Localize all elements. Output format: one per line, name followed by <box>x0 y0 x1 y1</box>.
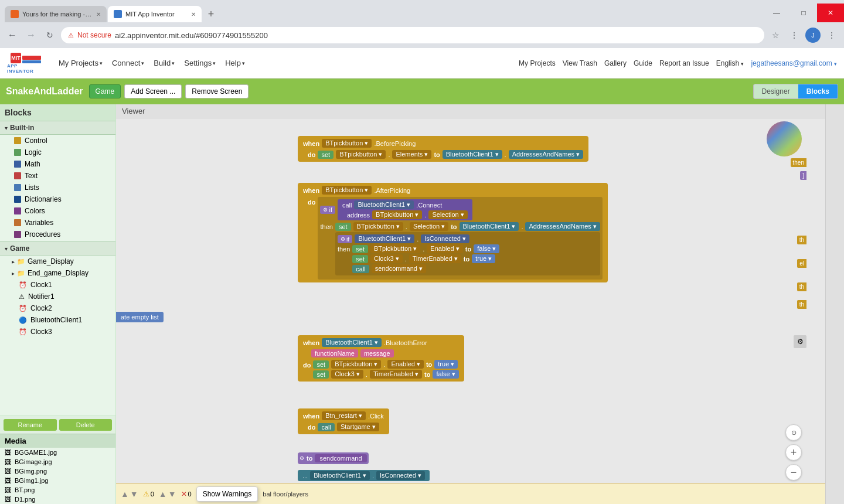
nav-right-projects[interactable]: My Projects <box>519 59 556 67</box>
event-block-3[interactable]: when BluetoothClient1 ▾ .BluetoothError … <box>298 335 464 382</box>
event-block-4[interactable]: when Btn_restart ▾ .Click do call Startg… <box>298 408 389 434</box>
nav-right-user[interactable]: jegatheesans@gmail.com ▾ <box>751 59 837 67</box>
empty-list-block[interactable]: ate empty list <box>116 312 164 322</box>
sidebar-item-bluetooth[interactable]: 🔵 BluetoothClient1 <box>0 314 115 326</box>
close-btn[interactable]: ✕ <box>817 4 844 22</box>
user-avatar[interactable]: J <box>805 28 821 43</box>
builtin-section[interactable]: ▾ Built-in <box>0 121 115 135</box>
game-label: Game <box>10 244 29 253</box>
sidebar-item-end-game-display[interactable]: ▸ 📁 End_game_Display <box>0 267 115 279</box>
nav-right-lang[interactable]: English ▾ <box>716 59 744 67</box>
nav-help[interactable]: Help ▾ <box>220 56 250 70</box>
sidebar-item-dicts[interactable]: Dictionaries <box>0 193 115 205</box>
zoom-in-button[interactable]: + <box>785 444 802 461</box>
show-warnings-label: Show Warnings <box>203 490 252 498</box>
media-item-bgimg1[interactable]: 🖼 BGimg1.jpg <box>0 476 115 485</box>
media-item-bggame1[interactable]: 🖼 BGGAME1.jpg <box>0 448 115 457</box>
sidebar-item-variables[interactable]: Variables <box>0 217 115 229</box>
tab-active[interactable]: MIT App Inventor ✕ <box>108 6 202 22</box>
sidebar-item-math[interactable]: Math <box>0 158 115 170</box>
sidebar-item-notifier1[interactable]: ⚠ Notifier1 <box>0 291 115 302</box>
browser-menu-button[interactable]: ⋮ <box>787 28 802 43</box>
nav-right-report[interactable]: Report an Issue <box>659 59 709 67</box>
window-controls: — □ ✕ <box>763 4 844 22</box>
forward-button[interactable]: → <box>23 28 39 43</box>
rename-button[interactable]: Rename <box>4 419 57 431</box>
warning-count: 0 <box>151 491 154 498</box>
right-edge-gear[interactable]: ⚙ <box>794 335 806 348</box>
event-block-1[interactable]: when BTpickbutton ▾ .BeforePicking do se… <box>298 136 588 162</box>
right-partial-th3: th <box>797 300 806 309</box>
media-item-bt[interactable]: 🖼 BT.png <box>0 485 115 495</box>
nav-connect[interactable]: Connect ▾ <box>107 56 149 70</box>
builtin-label: Built-in <box>10 124 34 132</box>
sidebar: Blocks ▾ Built-in Control Logic Math <box>0 104 116 504</box>
viewer-canvas[interactable]: when BTpickbutton ▾ .BeforePicking do se… <box>116 118 825 504</box>
event-block-2[interactable]: when BTpickbutton ▾ .AfterPicking do ⚙ i… <box>298 183 608 282</box>
address-input[interactable]: ⚠ Not secure ai2.appinventor.mit.edu/#60… <box>61 27 764 43</box>
back-button[interactable]: ← <box>5 28 20 43</box>
sidebar-item-clock2[interactable]: ⏰ Clock2 <box>0 302 115 314</box>
url-text: ai2.appinventor.mit.edu/#60907749015552​… <box>115 31 268 40</box>
zoom-target-button[interactable]: ⊙ <box>785 424 802 441</box>
sidebar-scroll[interactable]: ▾ Built-in Control Logic Math Text L <box>0 121 115 416</box>
sidebar-item-text[interactable]: Text <box>0 170 115 182</box>
nav-build[interactable]: Build ▾ <box>149 56 179 70</box>
sidebar-item-logic[interactable]: Logic <box>0 147 115 158</box>
media-item-bgimg[interactable]: 🖼 BGimg.png <box>0 466 115 476</box>
zoom-out-button[interactable]: − <box>785 464 802 481</box>
warning-up-arrow-1: ▲ <box>121 489 129 499</box>
blocks-button[interactable]: Blocks <box>798 84 838 98</box>
media-icon-bgimg1: 🖼 <box>5 477 11 484</box>
colors-color <box>14 207 21 214</box>
add-screen-button[interactable]: Add Screen ... <box>124 84 182 98</box>
nav-settings[interactable]: Settings ▾ <box>179 56 220 70</box>
nav-right-gallery[interactable]: Gallery <box>604 59 627 67</box>
media-filename-d1: D1.png <box>15 496 35 503</box>
new-tab-button[interactable]: + <box>203 6 219 22</box>
show-warnings-popup[interactable]: Show Warnings <box>196 486 258 502</box>
tab-inactive[interactable]: Yours for the making - Instructa... ✕ <box>5 6 107 22</box>
variables-label: Variables <box>25 219 53 227</box>
event-block-5[interactable]: ⚙ to sendcommand <box>298 452 369 464</box>
mit-logo: MIT APP INVENTOR <box>7 53 45 74</box>
sidebar-item-clock3[interactable]: ⏰ Clock3 <box>0 326 115 338</box>
tab-close-2[interactable]: ✕ <box>191 11 196 18</box>
designer-button[interactable]: Designer <box>754 84 798 98</box>
expand-icon-2[interactable]: ▸ <box>12 270 15 277</box>
game-dropdown-button[interactable]: Game <box>89 84 121 98</box>
sidebar-item-game-display[interactable]: ▸ 📁 Game_Display <box>0 256 115 267</box>
game-section[interactable]: ▾ Game <box>0 241 115 256</box>
mit-logo-graphic: MIT <box>11 53 41 63</box>
view-toggle: Designer Blocks <box>753 84 838 99</box>
delete-button[interactable]: Delete <box>59 419 113 431</box>
right-partial-el: el <box>797 259 806 268</box>
sidebar-item-procedures[interactable]: Procedures <box>0 229 115 240</box>
logic-label: Logic <box>25 148 42 156</box>
expand-icon-1[interactable]: ▸ <box>12 258 15 265</box>
notifier1-icon: ⚠ <box>19 293 25 301</box>
minimize-btn[interactable]: — <box>763 4 790 22</box>
maximize-btn[interactable]: □ <box>790 4 817 22</box>
tab-close-1[interactable]: ✕ <box>96 11 101 18</box>
viewer-label: Viewer <box>122 107 145 115</box>
browser-chrome: Yours for the making - Instructa... ✕ MI… <box>0 0 844 48</box>
builtin-toggle[interactable]: ▾ <box>5 125 8 131</box>
sidebar-item-clock1[interactable]: ⏰ Clock1 <box>0 279 115 291</box>
media-item-d1[interactable]: 🖼 D1.png <box>0 495 115 504</box>
nav-my-projects[interactable]: My Projects ▾ <box>54 56 107 70</box>
nav-right-guide[interactable]: Guide <box>634 59 652 67</box>
media-item-bgimage[interactable]: 🖼 BGimage.jpg <box>0 457 115 466</box>
remove-screen-button[interactable]: Remove Screen <box>185 84 249 98</box>
sidebar-item-colors[interactable]: Colors <box>0 205 115 217</box>
sidebar-item-lists[interactable]: Lists <box>0 182 115 193</box>
clock2-label: Clock2 <box>30 304 52 312</box>
refresh-button[interactable]: ↻ <box>42 28 57 43</box>
media-icon-bt: 🖼 <box>5 486 11 493</box>
game-toggle[interactable]: ▾ <box>5 246 8 252</box>
sidebar-item-control[interactable]: Control <box>0 135 115 147</box>
warning-icon: ⚠ <box>143 490 149 498</box>
nav-right-trash[interactable]: View Trash <box>563 59 597 67</box>
extensions-button[interactable]: ⋮ <box>824 28 839 43</box>
bookmark-button[interactable]: ☆ <box>768 28 783 43</box>
